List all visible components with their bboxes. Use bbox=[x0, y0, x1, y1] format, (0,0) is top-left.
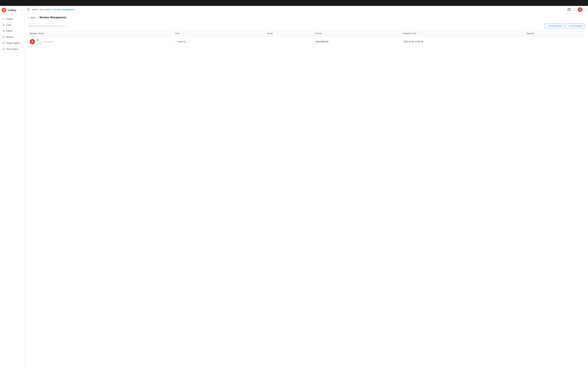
col-register-time: Register Time bbox=[401, 31, 525, 37]
search-icon: 🔍 bbox=[29, 25, 32, 27]
sidebar-item-team-option[interactable]: ☰ Team Option bbox=[0, 46, 24, 52]
sidebar-item-module[interactable]: ☰ Module bbox=[0, 34, 24, 40]
table-body: 🍄 yu Phone: 18810889190 Email: Create B bbox=[28, 37, 585, 47]
toolbar-right: + Create Member + Invite Members bbox=[544, 24, 585, 28]
sidebar-item-label: Case bbox=[6, 24, 11, 26]
sidebar-item-label: Team Option bbox=[6, 48, 18, 50]
breadcrumb-sep-2: / bbox=[52, 8, 53, 11]
back-label: Back bbox=[31, 16, 36, 19]
col-phone: Phone bbox=[313, 31, 401, 37]
cell-operate bbox=[525, 37, 585, 47]
hamburger-icon[interactable]: ☰ bbox=[27, 8, 29, 11]
sidebar-logo[interactable]: 🍄 Cat2Bug ▾ bbox=[0, 6, 24, 15]
main-content: ☰ Home / Team Option / Member Management… bbox=[25, 6, 588, 368]
sidebar: 🍄 Cat2Bug ▾ ≡ Project ☰ Case ⚙ Defect ☰ … bbox=[0, 6, 25, 368]
header-bar: ☰ Home / Team Option / Member Management… bbox=[25, 6, 588, 13]
cell-member-name: 🍄 yu Phone: 18810889190 Email: bbox=[28, 37, 173, 47]
back-button[interactable]: ← Back bbox=[28, 16, 36, 19]
role-label: Create By bbox=[177, 41, 186, 43]
breadcrumb-team-option[interactable]: Team Option bbox=[39, 8, 52, 11]
breadcrumb-sep-1: / bbox=[38, 8, 39, 11]
sidebar-item-project-option[interactable]: ⚙ Project Option bbox=[0, 40, 24, 46]
table-header-row: Member Name Role Email Phone Register Ti… bbox=[28, 31, 585, 37]
module-icon: ☰ bbox=[2, 36, 5, 38]
role-chevron-icon: ▾ bbox=[186, 41, 187, 43]
project-icon: ≡ bbox=[2, 18, 5, 20]
table-row: 🍄 yu Phone: 18810889190 Email: Create B bbox=[28, 37, 585, 47]
member-phone-label: Phone: 18810889190 bbox=[36, 41, 54, 43]
user-chevron-icon[interactable]: ▾ bbox=[584, 9, 585, 11]
sidebar-item-defect[interactable]: ⚙ Defect bbox=[0, 28, 24, 34]
sidebar-item-case[interactable]: ☰ Case bbox=[0, 22, 24, 28]
member-avatar: 🍄 bbox=[30, 39, 35, 44]
breadcrumb: Home / Team Option / Member Management bbox=[32, 8, 74, 11]
cell-register-time: 2024-02-02 17:50:15 bbox=[401, 37, 525, 47]
cell-email bbox=[265, 37, 313, 47]
col-email: Email bbox=[265, 31, 313, 37]
logo-chevron-icon: ▾ bbox=[22, 9, 23, 11]
sidebar-nav: ≡ Project ☰ Case ⚙ Defect ☰ Module ⚙ Pro… bbox=[0, 15, 24, 54]
member-table: Member Name Role Email Phone Register Ti… bbox=[28, 31, 585, 47]
toolbar: 🔍 + Create Member + Invite Members bbox=[28, 24, 585, 28]
table-head: Member Name Role Email Phone Register Ti… bbox=[28, 31, 585, 37]
col-member-name: Member Name bbox=[28, 31, 173, 37]
search-wrap: 🔍 bbox=[28, 24, 67, 28]
cell-role: Create By ▾ bbox=[173, 37, 265, 47]
header-left: ☰ Home / Team Option / Member Management bbox=[27, 8, 74, 11]
search-input[interactable] bbox=[28, 24, 67, 28]
create-member-label: + Create Member bbox=[547, 25, 562, 27]
member-email-label: Email: bbox=[36, 43, 54, 45]
invite-members-button[interactable]: + Invite Members bbox=[565, 24, 585, 28]
sidebar-item-label: Project bbox=[6, 18, 13, 20]
sidebar-item-label: Project Option bbox=[6, 42, 20, 44]
logo-name: Cat2Bug bbox=[8, 9, 16, 11]
github-icon[interactable] bbox=[567, 8, 571, 11]
header-right: ⛶ 🍄 ▾ bbox=[567, 7, 585, 12]
invite-members-label: + Invite Members bbox=[568, 25, 583, 27]
defect-icon: ⚙ bbox=[2, 30, 5, 32]
back-arrow-icon: ← bbox=[28, 16, 30, 19]
user-avatar[interactable]: 🍄 bbox=[578, 7, 582, 12]
cell-phone: 18810889190 bbox=[313, 37, 401, 47]
member-name-cell: 🍄 yu Phone: 18810889190 Email: bbox=[30, 38, 171, 45]
page-title: Member Management bbox=[39, 16, 66, 19]
create-member-button[interactable]: + Create Member bbox=[544, 24, 564, 28]
case-icon: ☰ bbox=[2, 24, 5, 26]
page-content: ← Back Member Management 🔍 + Create Memb… bbox=[25, 13, 588, 368]
col-operate: Operate bbox=[525, 31, 585, 37]
breadcrumb-current: Member Management bbox=[54, 8, 74, 11]
team-option-icon: ☰ bbox=[2, 48, 5, 50]
project-option-icon: ⚙ bbox=[2, 42, 5, 44]
sidebar-item-label: Defect bbox=[6, 30, 12, 32]
logo-avatar: 🍄 bbox=[2, 8, 6, 12]
member-info: yu Phone: 18810889190 Email: bbox=[36, 38, 54, 45]
member-username: yu bbox=[36, 38, 54, 41]
role-badge[interactable]: Create By ▾ bbox=[175, 40, 189, 44]
breadcrumb-home[interactable]: Home bbox=[32, 8, 38, 11]
page-title-row: ← Back Member Management bbox=[28, 16, 585, 21]
top-bar bbox=[0, 0, 588, 6]
fullscreen-icon[interactable]: ⛶ bbox=[573, 8, 576, 11]
col-role: Role bbox=[173, 31, 265, 37]
sidebar-item-label: Module bbox=[6, 36, 13, 38]
sidebar-item-project[interactable]: ≡ Project bbox=[0, 16, 24, 22]
